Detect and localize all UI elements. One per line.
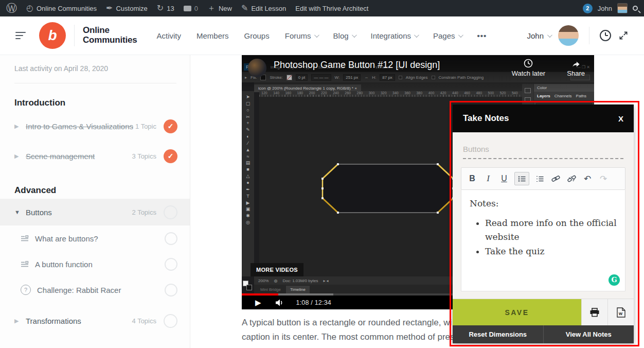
admin-avatar[interactable] xyxy=(617,3,628,13)
share-arrow-icon xyxy=(571,58,581,68)
lesson-scene-management[interactable]: ▶ Scene management 3 Topics ✓ xyxy=(14,141,177,171)
nav-blog[interactable]: Blog xyxy=(333,31,355,40)
ruler-number: 280 xyxy=(357,91,363,97)
print-button[interactable] xyxy=(581,299,607,325)
topic-challenge-rabbit-racer[interactable]: ? Challenge: Rabbit Racer xyxy=(14,277,177,303)
mini-bridge-tab: Mini Bridge xyxy=(257,286,284,293)
redo-button[interactable]: ↷ xyxy=(598,172,609,185)
italic-button[interactable]: I xyxy=(482,172,494,185)
undo-button[interactable]: ↶ xyxy=(582,172,593,185)
clock-icon[interactable] xyxy=(600,30,611,41)
nav-pages[interactable]: Pages xyxy=(433,31,462,40)
watch-later-button[interactable]: Watch later xyxy=(512,58,545,77)
search-icon[interactable] xyxy=(633,6,638,11)
chevron-down-icon xyxy=(414,32,419,38)
share-button[interactable]: Share xyxy=(567,58,585,77)
customize-label: Customize xyxy=(116,5,147,12)
ps-tool-icon: ● xyxy=(246,180,249,185)
note-bullet-item: Take the quiz xyxy=(485,245,617,258)
link-icon xyxy=(551,175,560,183)
note-title-input[interactable]: Buttons xyxy=(463,145,623,159)
site-logo[interactable]: b xyxy=(39,22,66,49)
underline-button[interactable]: U xyxy=(498,172,510,185)
channel-avatar[interactable] xyxy=(248,59,266,77)
nav-groups[interactable]: Groups xyxy=(244,31,270,40)
ps-ruler: 1201401601802002202402602803003203403603… xyxy=(259,91,532,97)
bold-button[interactable]: B xyxy=(467,172,478,185)
ruler-number: 200 xyxy=(309,91,315,97)
notes-editor-toolbar: B I U xyxy=(461,167,625,190)
ps-tool-icon: ◐ xyxy=(246,134,249,139)
note-heading: Notes: xyxy=(470,197,617,210)
note-content-editor[interactable]: Notes: Read more info on the official we… xyxy=(461,190,625,291)
printer-icon xyxy=(589,308,600,317)
reset-dimensions-button[interactable]: Reset Dimensions xyxy=(453,325,543,343)
nav-more-button[interactable]: ••• xyxy=(477,31,487,40)
notes-popup-header[interactable]: Take Notes X xyxy=(453,105,634,132)
admin-site-link[interactable]: ◴ Online Communities xyxy=(26,4,97,12)
nav-forums[interactable]: Forums xyxy=(285,31,318,40)
divider xyxy=(589,27,589,44)
topic-what-are-buttons[interactable]: What are buttons? xyxy=(14,225,177,251)
comments-link[interactable]: 0 xyxy=(184,5,198,12)
close-icon[interactable]: X xyxy=(618,114,623,123)
caret-right-icon[interactable]: ▶ xyxy=(14,153,23,160)
volume-icon[interactable] xyxy=(275,299,285,307)
view-all-notes-button[interactable]: View All Notes xyxy=(543,325,634,343)
sidebar-toggle-icon[interactable] xyxy=(15,32,26,39)
ruler-number: 420 xyxy=(440,91,446,97)
notification-badge[interactable]: 2 xyxy=(583,4,593,13)
new-content-link[interactable]: ＋ New xyxy=(207,4,232,12)
time-display: 1:08 / 12:34 xyxy=(296,299,331,306)
caret-down-icon[interactable]: ▼ xyxy=(14,209,23,215)
edit-thrive-link[interactable]: Edit with Thrive Architect xyxy=(295,5,368,12)
caret-right-icon[interactable]: ▶ xyxy=(14,123,23,130)
fullscreen-icon[interactable] xyxy=(618,30,629,41)
site-title[interactable]: Online Communities xyxy=(83,26,137,45)
more-videos-button[interactable]: MORE VIDEOS xyxy=(251,263,303,276)
avatar[interactable] xyxy=(558,25,579,46)
unlink-button[interactable] xyxy=(566,172,577,185)
admin-user-name[interactable]: John xyxy=(598,5,612,12)
caret-right-icon[interactable]: ▶ xyxy=(14,318,23,324)
nav-integrations[interactable]: Integrations xyxy=(371,31,418,40)
button-shape xyxy=(311,158,465,217)
word-doc-icon: w xyxy=(617,307,625,318)
updates-link[interactable]: ↻ 13 xyxy=(157,4,174,12)
layers-tab: Layers xyxy=(537,94,550,98)
last-activity-text: Last activity on April 28, 2020 xyxy=(14,64,177,73)
link-button[interactable] xyxy=(550,172,561,185)
topic-a-button-function[interactable]: A button function xyxy=(14,251,177,277)
divider xyxy=(14,83,176,83)
play-button[interactable]: ▶ xyxy=(255,298,261,307)
grammarly-icon[interactable]: G xyxy=(609,274,620,286)
lesson-intro-to-games[interactable]: ▶ Intro to Games & Visualizations 1 Topi… xyxy=(14,111,177,141)
video-title[interactable]: Photoshop Game Button #12 [UI design] xyxy=(274,60,440,71)
nav-activity[interactable]: Activity xyxy=(156,31,181,40)
chevron-down-icon xyxy=(547,32,552,38)
export-word-button[interactable]: w xyxy=(607,299,634,325)
bullet-list-button[interactable] xyxy=(514,172,529,185)
ruler-number: 540 xyxy=(512,91,518,97)
ruler-number: 240 xyxy=(333,91,339,97)
lesson-buttons[interactable]: ▼ Buttons 2 Topics xyxy=(0,199,190,225)
customize-link[interactable]: ✒ Customize xyxy=(106,4,148,12)
completed-check-icon: ✓ xyxy=(164,119,177,133)
nav-members[interactable]: Members xyxy=(196,31,229,40)
user-menu[interactable]: John xyxy=(527,31,551,40)
ps-tool-icon: ➤ xyxy=(246,94,250,99)
notes-footer: Reset Dimensions View All Notes xyxy=(453,325,634,343)
save-button[interactable]: SAVE xyxy=(453,299,581,325)
chevron-down-icon xyxy=(314,32,319,38)
clock-icon xyxy=(523,58,533,68)
lesson-transformations[interactable]: ▶ Transformations 4 Topics xyxy=(14,306,177,336)
wp-logo-menu[interactable]: Ⓦ xyxy=(6,1,17,15)
ruler-number: 340 xyxy=(392,91,399,97)
ps-tool-icon: T xyxy=(246,194,249,199)
edit-lesson-link[interactable]: ✎ Edit Lesson xyxy=(241,4,286,12)
list-icon xyxy=(21,261,29,268)
lesson-text-line: a pointer controlled by a mouse, but oth… xyxy=(242,344,602,348)
numbered-list-button[interactable] xyxy=(534,172,545,185)
wp-admin-bar: Ⓦ ◴ Online Communities ✒ Customize ↻ 13 … xyxy=(0,0,644,16)
ruler-number: 400 xyxy=(428,91,435,97)
